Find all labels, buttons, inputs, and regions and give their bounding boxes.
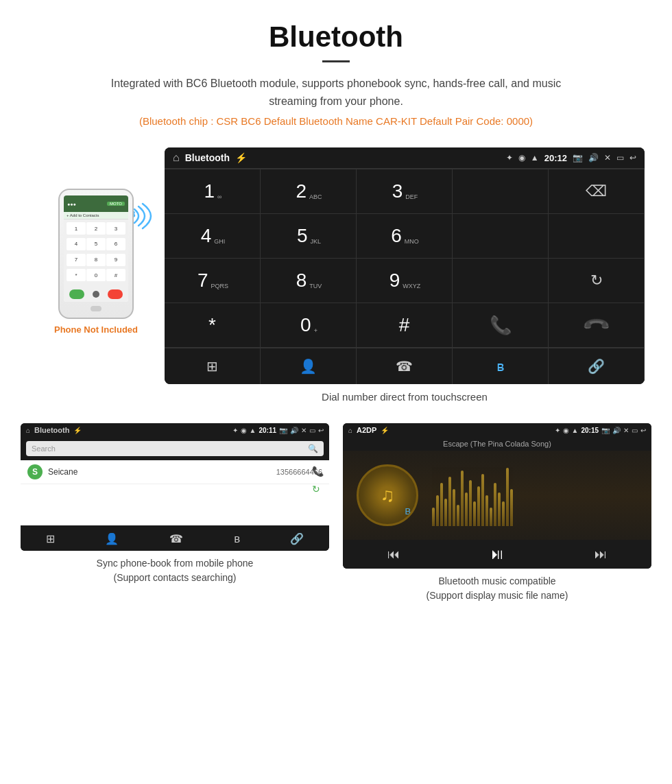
phone-center-btn[interactable]	[93, 291, 99, 298]
dial-key-star[interactable]: *	[165, 303, 261, 348]
viz-bar-13	[481, 474, 484, 527]
music-min-icon[interactable]: ▭	[632, 427, 638, 434]
pb-nav-phone[interactable]: ☎	[169, 532, 183, 545]
phone-key-9[interactable]: 9	[106, 254, 125, 266]
dial-key-8[interactable]: 8TUV	[261, 259, 357, 303]
nav-link-icon[interactable]: 🔗	[549, 348, 645, 384]
pb-title: Bluetooth	[34, 426, 69, 434]
phone-key-star[interactable]: *	[67, 269, 86, 281]
pb-status-right: ✦ ◉ ▲ 20:11 📷 🔊 ✕ ▭ ↩	[232, 427, 324, 434]
pb-min-icon[interactable]: ▭	[309, 427, 315, 434]
pb-x-icon[interactable]: ✕	[301, 427, 307, 434]
pb-nav-link[interactable]: 🔗	[290, 532, 304, 545]
pb-back-icon[interactable]: ↩	[318, 427, 324, 434]
phone-key-4[interactable]: 4	[67, 238, 86, 250]
pb-search-placeholder: Search	[32, 444, 56, 453]
dial-key-1[interactable]: 1∞	[165, 169, 261, 214]
music-bottomnav: ⏮ ⏯ ⏭	[343, 540, 651, 569]
phone-key-0[interactable]: 0	[86, 269, 106, 281]
phone-call-green[interactable]	[69, 289, 84, 299]
viz-bar-10	[469, 480, 472, 527]
page-title: Bluetooth	[14, 21, 658, 54]
music-skip-back[interactable]: ⏮	[387, 547, 400, 562]
pb-home-icon[interactable]: ⌂	[26, 427, 30, 434]
phone-key-3[interactable]: 3	[106, 222, 125, 235]
page-description: Integrated with BC6 Bluetooth module, su…	[96, 75, 576, 110]
music-note-icon: ♫	[381, 484, 395, 506]
nav-dialpad-icon[interactable]: ⊞	[165, 348, 261, 384]
pb-search-bar: Search 🔍	[26, 441, 324, 456]
dial-key-3[interactable]: 3DEF	[357, 169, 453, 214]
music-screenshot-item: ⌂ A2DP ⚡ ✦ ◉ ▲ 20:15 📷 🔊 ✕ ▭ ↩ Escape (T…	[343, 423, 651, 603]
phone-key-hash[interactable]: #	[106, 269, 125, 281]
minimize-icon[interactable]: ▭	[616, 153, 624, 163]
back-icon[interactable]: ↩	[629, 153, 636, 163]
dial-backspace[interactable]: ⌫	[549, 169, 645, 214]
viz-bar-3	[440, 483, 443, 526]
phone-screen-top: ●●● MOTO	[64, 195, 128, 212]
pb-refresh-icon[interactable]: ↻	[312, 484, 324, 495]
music-screenshot: ⌂ A2DP ⚡ ✦ ◉ ▲ 20:15 📷 🔊 ✕ ▭ ↩ Escape (T…	[343, 423, 651, 569]
dial-call-red[interactable]: 📞	[549, 303, 645, 348]
home-icon[interactable]: ⌂	[173, 152, 180, 164]
pb-call-icon[interactable]: 📞	[312, 466, 324, 477]
music-x-icon[interactable]: ✕	[623, 427, 629, 434]
viz-bar-19	[506, 468, 509, 527]
viz-bar-16	[494, 483, 496, 526]
close-icon[interactable]: ✕	[604, 153, 611, 163]
music-visualizer	[432, 464, 638, 526]
phone-home-btn[interactable]	[91, 306, 101, 311]
dial-key-2[interactable]: 2ABC	[261, 169, 357, 214]
pb-caption: Sync phone-book from mobile phone (Suppo…	[21, 556, 329, 585]
music-caption: Bluetooth music compatible (Support disp…	[343, 574, 651, 603]
dial-key-6[interactable]: 6MNO	[357, 214, 453, 259]
viz-bar-6	[453, 489, 455, 526]
pb-contact-row[interactable]: S Seicane 13566664466	[21, 460, 329, 484]
pb-loc-icon: ◉	[241, 427, 247, 434]
phone-screen-bottom	[64, 287, 128, 302]
pb-nav-grid[interactable]: ⊞	[46, 532, 55, 545]
music-skip-forward[interactable]: ⏭	[595, 547, 607, 562]
music-usb-icon: ⚡	[381, 427, 389, 434]
phone-key-8[interactable]: 8	[86, 254, 106, 266]
phone-key-7[interactable]: 7	[67, 254, 86, 266]
phone-key-6[interactable]: 6	[106, 238, 125, 250]
nav-bluetooth-icon[interactable]: ʙ	[453, 348, 549, 384]
pb-contacts-area: S Seicane 13566664466 📞 ↻	[21, 460, 329, 525]
phone-key-5[interactable]: 5	[86, 238, 106, 250]
pb-vol-icon: 🔊	[290, 427, 298, 434]
dialpad-nav: ⊞ 👤 ☎ ʙ 🔗	[165, 348, 645, 384]
dial-key-4[interactable]: 4GHI	[165, 214, 261, 259]
dial-key-hash[interactable]: #	[357, 303, 453, 348]
pb-nav-bt[interactable]: ʙ	[234, 532, 240, 545]
music-status-right: ✦ ◉ ▲ 20:15 📷 🔊 ✕ ▭ ↩	[555, 427, 646, 434]
music-loc-icon: ◉	[563, 427, 569, 434]
pb-search-icon[interactable]: 🔍	[308, 444, 318, 453]
music-home-icon[interactable]: ⌂	[348, 427, 352, 434]
phone-key-2[interactable]: 2	[86, 222, 106, 235]
bottom-screenshots: ⌂ Bluetooth ⚡ ✦ ◉ ▲ 20:11 📷 🔊 ✕ ▭ ↩	[0, 423, 672, 617]
viz-bar-7	[457, 505, 459, 527]
viz-bar-14	[485, 495, 488, 526]
page-header: Bluetooth Integrated with BC6 Bluetooth …	[0, 0, 672, 147]
music-play-pause[interactable]: ⏯	[490, 545, 505, 563]
dial-call-green[interactable]: 📞	[453, 303, 549, 348]
dial-refresh[interactable]: ↻	[549, 259, 645, 303]
dial-key-9[interactable]: 9WXYZ	[357, 259, 453, 303]
phone-call-red[interactable]	[108, 289, 123, 299]
pb-nav-person[interactable]: 👤	[105, 532, 119, 545]
dial-key-0[interactable]: 0+	[261, 303, 357, 348]
dial-key-7[interactable]: 7PQRS	[165, 259, 261, 303]
nav-contact-icon[interactable]: 👤	[261, 348, 357, 384]
pb-empty-space	[21, 484, 329, 525]
dial-key-5[interactable]: 5JKL	[261, 214, 357, 259]
pb-bt-icon: ✦	[232, 427, 238, 434]
pb-bottomnav: ⊞ 👤 ☎ ʙ 🔗	[21, 527, 329, 551]
title-divider	[322, 60, 350, 62]
music-back-icon[interactable]: ↩	[640, 427, 646, 434]
dial-cell-empty-4	[453, 259, 549, 303]
phone-key-1[interactable]: 1	[67, 222, 86, 235]
phone-container: ʙ ●●● MOTO + Add to Contacts 1 2 3 4 5	[27, 147, 165, 335]
location-icon: ◉	[518, 153, 525, 163]
nav-phone-icon[interactable]: ☎	[357, 348, 453, 384]
